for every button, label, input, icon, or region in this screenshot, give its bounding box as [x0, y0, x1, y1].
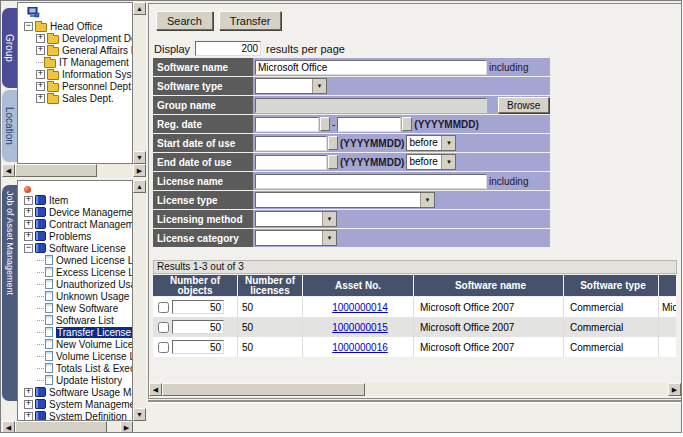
scroll-right-icon[interactable]	[668, 383, 681, 396]
tree-item-label[interactable]: Software Usage Management	[49, 387, 132, 398]
search-button[interactable]: Search	[156, 11, 213, 30]
expand-icon[interactable]	[24, 208, 33, 217]
expand-icon[interactable]	[36, 70, 45, 79]
end-date-mode-select[interactable]: before	[406, 154, 456, 170]
tree-item-system-definition[interactable]: System Definition	[21, 410, 132, 421]
tree-item-contract-management[interactable]: Contract Management	[21, 218, 132, 230]
tree-item-software-list[interactable]: Software List	[21, 314, 132, 326]
collapse-icon[interactable]	[24, 22, 33, 31]
tree-item-problems[interactable]: Problems	[21, 230, 132, 242]
chevron-down-icon[interactable]	[322, 212, 336, 226]
start-date-input[interactable]	[255, 136, 327, 151]
tree-item-software-usage-management[interactable]: Software Usage Management	[21, 386, 132, 398]
tree-item-label[interactable]: IT Management Dept.	[59, 57, 132, 68]
group-tree-vscrollbar[interactable]	[133, 2, 146, 164]
software-type-select[interactable]	[255, 78, 327, 94]
tree-item-label[interactable]: Owned License List	[56, 255, 132, 266]
license-name-input[interactable]	[255, 174, 487, 189]
tree-item-unknown-usage-list[interactable]: Unknown Usage List	[21, 290, 132, 302]
tree-item-label[interactable]: Excess License List	[56, 267, 132, 278]
tab-job-of-asset-management[interactable]: Job of Asset Management	[2, 185, 17, 401]
collapse-icon[interactable]	[24, 244, 33, 253]
tree-item-owned-license-list[interactable]: Owned License List	[21, 254, 132, 266]
expand-icon[interactable]	[24, 388, 33, 397]
date-picker-icon[interactable]	[328, 155, 338, 169]
tree-item-label[interactable]: Problems	[49, 231, 91, 242]
tab-group[interactable]: Group	[2, 8, 17, 88]
scroll-left-icon[interactable]	[2, 421, 15, 433]
scrollbar-thumb[interactable]	[162, 383, 365, 396]
software-name-input[interactable]	[255, 60, 487, 75]
tree-item-software-license[interactable]: Software License	[21, 242, 132, 254]
row-checkbox[interactable]	[158, 322, 169, 333]
reg-date-to-input[interactable]	[337, 117, 401, 132]
expand-icon[interactable]	[24, 220, 33, 229]
scroll-up-icon[interactable]	[133, 180, 146, 193]
chevron-down-icon[interactable]	[420, 193, 434, 207]
asset-no-link[interactable]: 1000000014	[332, 302, 388, 313]
tree-item-label[interactable]: New Volume License	[56, 339, 132, 350]
row-checkbox[interactable]	[158, 342, 169, 353]
scrollbar-thumb[interactable]	[15, 421, 107, 433]
tree-item-it-management[interactable]: IT Management Dept.	[21, 56, 132, 68]
asset-no-link[interactable]: 1000000015	[332, 322, 388, 333]
scrollbar-thumb[interactable]	[15, 164, 97, 177]
objects-count-input[interactable]	[172, 300, 224, 314]
scroll-down-icon[interactable]	[133, 151, 146, 164]
tree-item-transfer-license[interactable]: Transfer License	[21, 326, 132, 338]
objects-count-input[interactable]	[172, 340, 224, 354]
tree-root-node[interactable]	[21, 6, 132, 20]
tree-item-excess-license-list[interactable]: Excess License List	[21, 266, 132, 278]
start-date-mode-select[interactable]: before	[406, 135, 456, 151]
tree-item-label[interactable]: System Definition	[49, 411, 127, 422]
tree-item-label[interactable]: New Software	[56, 303, 118, 314]
asset-no-link[interactable]: 1000000016	[332, 342, 388, 353]
expand-icon[interactable]	[24, 412, 33, 421]
date-picker-icon[interactable]	[328, 136, 338, 150]
tree-item-label-selected[interactable]: Transfer License	[56, 327, 132, 338]
tree-item-update-history[interactable]: Update History	[21, 374, 132, 386]
job-tree-vscrollbar[interactable]	[133, 180, 146, 421]
tree-item-label[interactable]: Update History	[56, 375, 122, 386]
expand-icon[interactable]	[36, 94, 45, 103]
tree-item-sales-dept[interactable]: Sales Dept.	[21, 92, 132, 104]
tree-item-unauthorized-usage[interactable]: Unauthorized Usage List	[21, 278, 132, 290]
chevron-down-icon[interactable]	[441, 136, 455, 150]
expand-icon[interactable]	[36, 82, 45, 91]
scroll-down-icon[interactable]	[133, 408, 146, 421]
tree-item-information-systems[interactable]: Information Systems Dept.	[21, 68, 132, 80]
expand-icon[interactable]	[36, 34, 45, 43]
tree-item-system-management[interactable]: System Management	[21, 398, 132, 410]
tree-item-label[interactable]: Device Management	[49, 207, 132, 218]
tree-item-label[interactable]: Development Dept.	[62, 33, 132, 44]
tree-item-label[interactable]: General Affairs Dept.	[62, 45, 132, 56]
license-category-select[interactable]	[255, 230, 337, 246]
tree-item-label[interactable]: System Management	[49, 399, 132, 410]
tree-item-label[interactable]: Head Office	[50, 21, 103, 32]
license-type-select[interactable]	[255, 192, 435, 208]
scroll-right-icon[interactable]	[133, 164, 146, 177]
transfer-button[interactable]: Transfer	[219, 11, 282, 30]
tree-item-label[interactable]: Software List	[56, 315, 114, 326]
results-per-page-input[interactable]	[195, 41, 261, 56]
scroll-up-icon[interactable]	[133, 2, 146, 15]
scroll-left-icon[interactable]	[149, 383, 162, 396]
tree-item-new-software[interactable]: New Software	[21, 302, 132, 314]
tree-item-general-affairs[interactable]: General Affairs Dept.	[21, 44, 132, 56]
tree-item-head-office[interactable]: Head Office	[21, 20, 132, 32]
tree-item-label[interactable]: Item	[49, 195, 68, 206]
date-picker-icon[interactable]	[402, 117, 412, 131]
date-picker-icon[interactable]	[320, 117, 330, 131]
objects-count-input[interactable]	[172, 320, 224, 334]
tree-item-label[interactable]: Contract Management	[49, 219, 132, 230]
tree-item-label[interactable]: Volume License List	[56, 351, 132, 362]
expand-icon[interactable]	[24, 196, 33, 205]
tree-item-label[interactable]: Personnel Dept.	[62, 81, 132, 92]
expand-icon[interactable]	[24, 232, 33, 241]
tree-item-new-volume-license[interactable]: New Volume License	[21, 338, 132, 350]
tree-item-volume-license-list[interactable]: Volume License List	[21, 350, 132, 362]
row-checkbox[interactable]	[158, 302, 169, 313]
expand-icon[interactable]	[36, 46, 45, 55]
scroll-left-icon[interactable]	[2, 164, 15, 177]
reg-date-from-input[interactable]	[255, 117, 319, 132]
